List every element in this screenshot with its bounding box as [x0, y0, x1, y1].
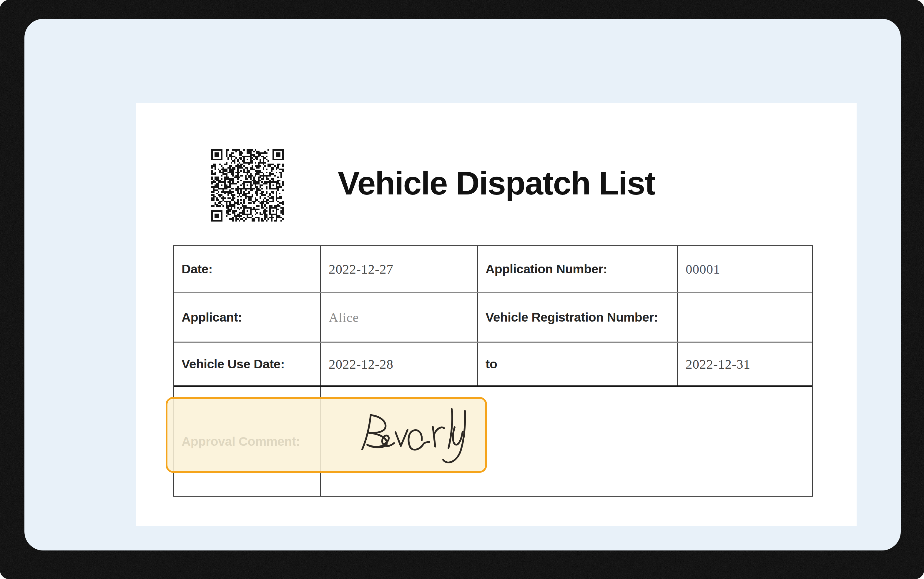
vehicle-use-date-label: Vehicle Use Date:: [182, 357, 285, 371]
document-page: Vehicle Dispatch List Date: 2022-12-27 A…: [136, 103, 857, 526]
application-number-value: 00001: [686, 262, 720, 277]
applicant-value-cell: Alice: [321, 293, 478, 342]
use-date-start-value: 2022-12-28: [329, 357, 393, 372]
date-label-cell: Date:: [174, 246, 321, 292]
card-panel: Vehicle Dispatch List Date: 2022-12-27 A…: [25, 19, 901, 550]
applicant-label-cell: Applicant:: [174, 293, 321, 342]
applicant-value: Alice: [329, 310, 359, 325]
to-label: to: [486, 357, 497, 371]
vehicle-registration-label: Vehicle Registration Number:: [486, 310, 658, 324]
table-row: Date: 2022-12-27 Application Number: 000…: [174, 246, 812, 293]
date-value: 2022-12-27: [329, 262, 393, 277]
applicant-label: Applicant:: [182, 310, 242, 324]
handwritten-signature: [358, 406, 479, 482]
vehicle-registration-label-cell: Vehicle Registration Number:: [478, 293, 678, 342]
application-number-label: Application Number:: [486, 262, 607, 276]
vehicle-use-date-label-cell: Vehicle Use Date:: [174, 343, 321, 385]
page-title: Vehicle Dispatch List: [136, 165, 857, 201]
use-date-start-cell: 2022-12-28: [321, 343, 478, 385]
date-value-cell: 2022-12-27: [321, 246, 478, 292]
screenshot-stage: Vehicle Dispatch List Date: 2022-12-27 A…: [0, 0, 924, 579]
use-date-end-cell: 2022-12-31: [678, 343, 812, 385]
table-row: Vehicle Use Date: 2022-12-28 to 2022-12-…: [174, 343, 812, 387]
to-label-cell: to: [478, 343, 678, 385]
vehicle-registration-value-cell: [678, 293, 812, 342]
application-number-value-cell: 00001: [678, 246, 812, 292]
table-row: Applicant: Alice Vehicle Registration Nu…: [174, 293, 812, 343]
application-number-label-cell: Application Number:: [478, 246, 678, 292]
use-date-end-value: 2022-12-31: [686, 357, 751, 372]
date-label: Date:: [182, 262, 213, 276]
